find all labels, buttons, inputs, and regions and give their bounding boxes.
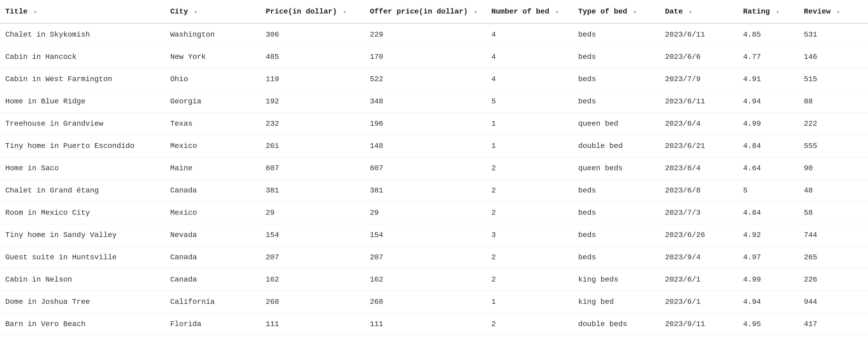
cell-num_bed: 2 (486, 269, 573, 291)
cell-title: Treehouse in Grandview (0, 113, 165, 135)
cell-review: 265 (799, 246, 868, 269)
sort-arrows-city: ▲ (194, 10, 197, 13)
cell-date: 2023/6/1 (660, 269, 738, 291)
cell-type_bed: beds (573, 23, 660, 46)
cell-rating: 4.91 (738, 68, 799, 90)
col-header-city[interactable]: City ▲ (165, 0, 260, 23)
cell-review: 515 (799, 68, 868, 90)
cell-date: 2023/9/4 (660, 246, 738, 269)
table-row: Home in SacoMaine6076072queen beds2023/6… (0, 157, 868, 180)
cell-num_bed: 5 (486, 90, 573, 113)
cell-offer_price: 607 (365, 157, 486, 180)
cell-review: 531 (799, 23, 868, 46)
cell-offer_price: 381 (365, 180, 486, 202)
cell-num_bed: 1 (486, 113, 573, 135)
cell-title: Barn in Vero Beach (0, 313, 165, 335)
cell-city: Canada (165, 246, 260, 269)
table-row: Tiny home in Sandy ValleyNevada1541543be… (0, 224, 868, 246)
cell-title: Cabin in Nelson (0, 269, 165, 291)
sort-arrows-offer: ▲ (474, 10, 476, 13)
cell-type_bed: queen bed (573, 113, 660, 135)
cell-num_bed: 2 (486, 202, 573, 224)
cell-type_bed: king bed (573, 291, 660, 313)
cell-rating: 4.94 (738, 90, 799, 113)
cell-price: 119 (260, 68, 365, 90)
cell-title: Tiny home in Puerto Escondido (0, 135, 165, 157)
col-header-date[interactable]: Date ▲ (660, 0, 738, 23)
cell-type_bed: beds (573, 68, 660, 90)
col-header-num-bed-label: Number of bed (491, 7, 549, 16)
col-header-title-label: Title (5, 7, 28, 16)
cell-num_bed: 2 (486, 180, 573, 202)
cell-offer_price: 154 (365, 224, 486, 246)
cell-num_bed: 4 (486, 68, 573, 90)
cell-price: 261 (260, 135, 365, 157)
cell-num_bed: 3 (486, 224, 573, 246)
col-header-date-label: Date (665, 7, 683, 16)
cell-date: 2023/6/4 (660, 113, 738, 135)
cell-review: 58 (799, 202, 868, 224)
cell-title: Home in Blue Ridge (0, 90, 165, 113)
cell-review: 226 (799, 269, 868, 291)
table-row: Barn in Vero BeachFlorida1111112double b… (0, 313, 868, 335)
col-header-num-bed[interactable]: Number of bed ▲ (486, 0, 573, 23)
cell-review: 555 (799, 135, 868, 157)
cell-price: 232 (260, 113, 365, 135)
cell-title: Cabin in West Farmington (0, 68, 165, 90)
cell-num_bed: 1 (486, 135, 573, 157)
cell-review: 48 (799, 180, 868, 202)
table-row: Chalet in Grand étangCanada3813812beds20… (0, 180, 868, 202)
cell-rating: 4.64 (738, 157, 799, 180)
sort-arrows-review: ▲ (837, 10, 839, 13)
cell-num_bed: 2 (486, 157, 573, 180)
col-header-rating-label: Rating (743, 7, 770, 16)
cell-date: 2023/6/4 (660, 157, 738, 180)
cell-title: Dome in Joshua Tree (0, 291, 165, 313)
cell-offer_price: 229 (365, 23, 486, 46)
cell-price: 154 (260, 224, 365, 246)
cell-num_bed: 2 (486, 313, 573, 335)
col-header-review[interactable]: Review ▲ (799, 0, 868, 23)
cell-city: Georgia (165, 90, 260, 113)
cell-date: 2023/7/3 (660, 202, 738, 224)
cell-type_bed: double bed (573, 135, 660, 157)
cell-rating: 4.92 (738, 224, 799, 246)
cell-rating: 4.84 (738, 135, 799, 157)
cell-price: 381 (260, 180, 365, 202)
cell-date: 2023/6/11 (660, 23, 738, 46)
cell-date: 2023/7/9 (660, 68, 738, 90)
cell-review: 417 (799, 313, 868, 335)
table-row: Cabin in HancockNew York4851704beds2023/… (0, 46, 868, 68)
cell-num_bed: 4 (486, 23, 573, 46)
cell-type_bed: beds (573, 46, 660, 68)
cell-offer_price: 29 (365, 202, 486, 224)
cell-title: Guest suite in Huntsville (0, 246, 165, 269)
cell-offer_price: 268 (365, 291, 486, 313)
cell-title: Home in Saco (0, 157, 165, 180)
col-header-type-bed[interactable]: Type of bed ▲ (573, 0, 660, 23)
table-row: Cabin in West FarmingtonOhio1195224beds2… (0, 68, 868, 90)
cell-price: 29 (260, 202, 365, 224)
col-header-type-bed-label: Type of bed (578, 7, 627, 16)
cell-date: 2023/6/26 (660, 224, 738, 246)
cell-city: New York (165, 46, 260, 68)
cell-rating: 4.99 (738, 269, 799, 291)
table-row: Treehouse in GrandviewTexas2321961queen … (0, 113, 868, 135)
cell-city: Canada (165, 180, 260, 202)
cell-city: California (165, 291, 260, 313)
col-header-title[interactable]: Title ▲ (0, 0, 165, 23)
cell-num_bed: 1 (486, 291, 573, 313)
cell-city: Ohio (165, 68, 260, 90)
cell-type_bed: king beds (573, 269, 660, 291)
table-row: Dome in Joshua TreeCalifornia2682681king… (0, 291, 868, 313)
col-header-offer-price[interactable]: Offer price(in dollar) ▲ (365, 0, 486, 23)
cell-offer_price: 196 (365, 113, 486, 135)
col-header-price[interactable]: Price(in dollar) ▲ (260, 0, 365, 23)
cell-offer_price: 207 (365, 246, 486, 269)
cell-city: Canada (165, 269, 260, 291)
cell-review: 88 (799, 90, 868, 113)
cell-review: 146 (799, 46, 868, 68)
cell-city: Nevada (165, 224, 260, 246)
col-header-rating[interactable]: Rating ▲ (738, 0, 799, 23)
cell-rating: 4.77 (738, 46, 799, 68)
